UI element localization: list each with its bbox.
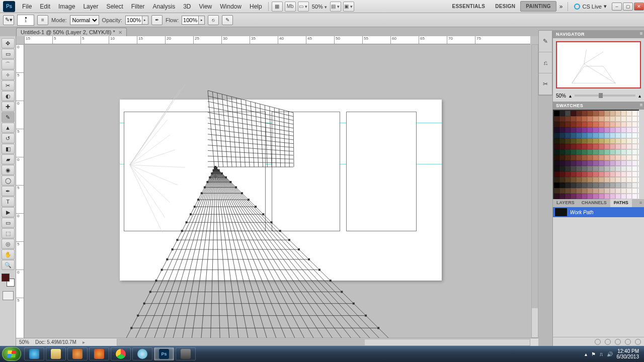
swatch[interactable] bbox=[593, 127, 598, 133]
swatch[interactable] bbox=[554, 183, 559, 188]
taskbar-media-player[interactable] bbox=[67, 347, 88, 360]
swatch[interactable] bbox=[565, 144, 571, 149]
swatch[interactable] bbox=[604, 138, 610, 144]
swatch[interactable] bbox=[604, 144, 610, 149]
swatch[interactable] bbox=[604, 111, 610, 116]
menu-file[interactable]: File bbox=[18, 3, 36, 10]
swatch[interactable] bbox=[599, 133, 604, 138]
eyedropper-tool[interactable]: ◐ bbox=[2, 91, 15, 101]
panel-menu-icon[interactable]: ≡ bbox=[637, 199, 644, 207]
horizontal-ruler[interactable]: 15551015202530354045505560657075 bbox=[24, 36, 530, 44]
horizontal-scroll-thumb[interactable] bbox=[117, 339, 365, 345]
tab-layers[interactable]: LAYERS bbox=[553, 199, 578, 207]
swatch[interactable] bbox=[571, 138, 576, 144]
dock-icon-brush-presets[interactable]: ✎ bbox=[539, 31, 552, 52]
swatch[interactable] bbox=[621, 133, 626, 138]
swatch[interactable] bbox=[571, 155, 576, 160]
swatch[interactable] bbox=[604, 116, 610, 122]
swatch[interactable] bbox=[632, 122, 637, 127]
swatch[interactable] bbox=[610, 122, 615, 127]
launch-bridge-button[interactable]: ▦ bbox=[272, 2, 283, 12]
swatch[interactable] bbox=[615, 144, 621, 149]
swatch[interactable] bbox=[576, 188, 582, 194]
tray-network-icon[interactable]: ⎍ bbox=[600, 351, 603, 357]
quick-mask-toggle[interactable] bbox=[3, 291, 14, 300]
swatch[interactable] bbox=[582, 183, 587, 188]
swatch[interactable] bbox=[615, 149, 621, 155]
swatch[interactable] bbox=[559, 183, 565, 188]
swatch[interactable] bbox=[559, 144, 565, 149]
swatch[interactable] bbox=[626, 111, 632, 116]
swatch[interactable] bbox=[576, 133, 582, 138]
pen-tool[interactable]: ✒ bbox=[2, 186, 15, 196]
swatch[interactable] bbox=[582, 155, 587, 160]
swatch[interactable] bbox=[576, 144, 582, 149]
swatch[interactable] bbox=[610, 111, 615, 116]
menu-window[interactable]: Window bbox=[216, 3, 246, 10]
swatch[interactable] bbox=[576, 194, 582, 199]
swatch[interactable] bbox=[632, 144, 637, 149]
swatch[interactable] bbox=[554, 160, 559, 166]
swatch[interactable] bbox=[565, 149, 571, 155]
swatch[interactable] bbox=[554, 177, 559, 183]
swatch[interactable] bbox=[626, 144, 632, 149]
swatch[interactable] bbox=[632, 155, 637, 160]
flow-flyout[interactable]: ▸ bbox=[199, 16, 205, 25]
swatch[interactable] bbox=[587, 122, 593, 127]
swatch[interactable] bbox=[565, 183, 571, 188]
navigator-panel-header[interactable]: NAVIGATOR≡ bbox=[553, 30, 644, 38]
swatch[interactable] bbox=[571, 166, 576, 171]
swatch[interactable] bbox=[626, 160, 632, 166]
swatch[interactable] bbox=[559, 194, 565, 199]
gradient-tool[interactable]: ▰ bbox=[2, 154, 15, 164]
swatch[interactable] bbox=[571, 133, 576, 138]
swatch[interactable] bbox=[610, 144, 615, 149]
swatch[interactable] bbox=[576, 122, 582, 127]
mini-bridge-button[interactable]: Mb bbox=[285, 2, 296, 12]
type-tool[interactable]: T bbox=[2, 197, 15, 207]
swatch[interactable] bbox=[615, 127, 621, 133]
swatch[interactable] bbox=[632, 111, 637, 116]
swatch[interactable] bbox=[626, 171, 632, 177]
swatch[interactable] bbox=[599, 166, 604, 171]
swatch[interactable] bbox=[593, 122, 598, 127]
swatch[interactable] bbox=[593, 166, 598, 171]
path-to-selection-button[interactable] bbox=[615, 339, 621, 345]
swatch[interactable] bbox=[621, 155, 626, 160]
swatch[interactable] bbox=[565, 171, 571, 177]
navigator-zoom-slider[interactable] bbox=[575, 95, 635, 97]
swatch[interactable] bbox=[565, 155, 571, 160]
swatch[interactable] bbox=[615, 188, 621, 194]
swatch[interactable] bbox=[582, 122, 587, 127]
swatch[interactable] bbox=[632, 149, 637, 155]
swatch[interactable] bbox=[593, 194, 598, 199]
swatch[interactable] bbox=[626, 127, 632, 133]
swatch[interactable] bbox=[604, 171, 610, 177]
vertical-scrollbar[interactable] bbox=[531, 44, 538, 338]
swatch[interactable] bbox=[593, 177, 598, 183]
swatch[interactable] bbox=[615, 194, 621, 199]
swatch[interactable] bbox=[554, 166, 559, 171]
swatch[interactable] bbox=[582, 111, 587, 116]
swatch[interactable] bbox=[571, 111, 576, 116]
menu-view[interactable]: View bbox=[195, 3, 216, 10]
swatch[interactable] bbox=[615, 133, 621, 138]
swatch[interactable] bbox=[599, 171, 604, 177]
swatch[interactable] bbox=[599, 116, 604, 122]
dock-icon-clone-source[interactable]: ⎌ bbox=[539, 52, 552, 74]
swatch[interactable] bbox=[604, 194, 610, 199]
blur-tool[interactable]: ◉ bbox=[2, 165, 15, 175]
swatch[interactable] bbox=[554, 188, 559, 194]
swatch[interactable] bbox=[626, 116, 632, 122]
swatch[interactable] bbox=[576, 116, 582, 122]
swatch[interactable] bbox=[621, 116, 626, 122]
swatch[interactable] bbox=[604, 177, 610, 183]
swatch[interactable] bbox=[559, 166, 565, 171]
swatch[interactable] bbox=[576, 171, 582, 177]
swatch[interactable] bbox=[593, 171, 598, 177]
taskbar-firefox[interactable] bbox=[89, 347, 109, 360]
swatch[interactable] bbox=[604, 183, 610, 188]
swatch[interactable] bbox=[582, 171, 587, 177]
swatch[interactable] bbox=[604, 155, 610, 160]
swatch[interactable] bbox=[559, 155, 565, 160]
